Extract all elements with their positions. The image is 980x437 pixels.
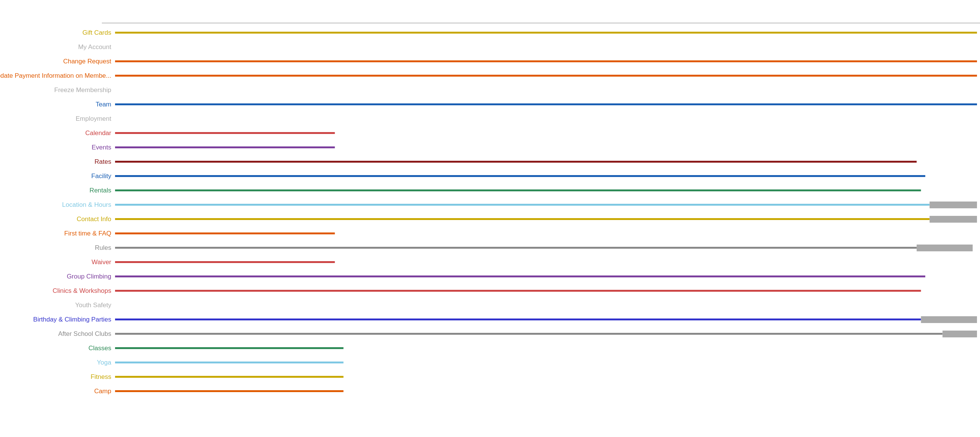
row-label: Youth Safety [75,301,111,309]
bar [115,390,344,392]
bar [115,347,344,349]
row-label: Camp [94,388,111,395]
gray-extension-bar [916,244,973,251]
gray-extension-bar [943,330,977,337]
row-label: Events [92,144,111,151]
chart-container: Gift CardsMy AccountChange RequestUpdate… [0,0,980,437]
row-label: Rates [95,158,111,165]
row-label: Employment [76,115,111,122]
bar [115,261,335,263]
row-label: Contact Info [76,215,111,223]
bar [115,233,335,234]
bar [115,333,943,335]
bar [115,161,916,163]
row-label: My Account [78,43,111,51]
row-label: First time & FAQ [64,230,111,237]
row-label: Classes [89,344,111,352]
bar [115,319,921,321]
bar [115,190,921,191]
bar [115,247,916,249]
row-label: Change Request [63,58,111,65]
row-label: Fitness [91,373,111,380]
bar [115,290,921,292]
bar [115,32,977,33]
bar [115,61,977,62]
row-label: Clinics & Workshops [52,287,111,294]
row-label: Calendar [85,129,111,137]
row-label: Facility [91,172,111,180]
row-label: Team [95,101,111,108]
row-label: Group Climbing [67,273,111,280]
bar [115,204,929,206]
row-label: After School Clubs [58,330,111,337]
bar [115,132,335,134]
bar [115,75,977,77]
row-label: Gift Cards [82,29,111,36]
row-label: Waiver [92,258,111,266]
bar [115,147,335,148]
gray-extension-bar [921,316,977,323]
row-label: Location & Hours [62,201,111,208]
row-label: Birthday & Climbing Parties [33,316,111,323]
bar [115,175,925,177]
row-label: Yoga [97,359,111,366]
row-label: Update Payment Information on Membe... [0,72,111,79]
row-label: Rentals [89,187,111,194]
bar [115,362,344,364]
bar [115,104,977,105]
row-label: Freeze Membership [54,86,111,94]
row-label: Rules [95,244,111,251]
bar [115,218,929,220]
bar [115,376,344,378]
gray-extension-bar [929,201,977,208]
chart-svg: Gift CardsMy AccountChange RequestUpdate… [0,0,980,437]
bar [115,276,925,278]
gray-extension-bar [929,216,977,223]
